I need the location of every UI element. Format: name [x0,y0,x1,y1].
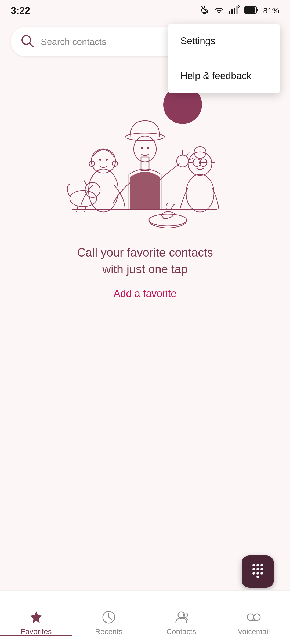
active-indicator [0,635,73,636]
svg-point-15 [106,159,108,161]
svg-point-43 [260,568,263,570]
dropdown-menu: Settings Help & feedback [168,24,280,93]
battery-percent: 81% [263,6,279,15]
status-icons: 81% [200,5,279,17]
svg-point-44 [252,572,255,575]
tab-contacts[interactable]: Contacts [145,599,218,636]
svg-rect-1 [231,9,233,14]
svg-point-38 [252,564,255,566]
contacts-label: Contacts [166,627,196,636]
svg-point-39 [256,564,259,566]
voicemail-label: Voicemail [238,627,270,636]
contacts-illustration [51,78,239,228]
svg-point-40 [260,564,263,566]
voicemail-icon [246,610,261,625]
svg-point-14 [99,159,101,161]
svg-point-21 [134,136,156,162]
svg-point-30 [188,152,212,175]
svg-rect-5 [245,7,255,13]
svg-point-45 [256,572,259,575]
svg-point-17 [85,182,100,197]
battery-icon [244,6,258,16]
tab-recents[interactable]: Recents [73,599,145,636]
svg-point-23 [141,147,143,149]
help-feedback-menu-item[interactable]: Help & feedback [168,58,280,93]
svg-point-24 [147,147,149,149]
mute-icon [200,5,209,17]
svg-point-29 [186,174,214,212]
svg-rect-0 [229,11,230,14]
fab-dial-button[interactable] [242,555,274,588]
recents-icon [101,610,116,625]
svg-point-11 [91,149,115,173]
svg-point-22 [126,133,164,141]
tab-favorites[interactable]: Favorites [0,599,73,636]
bottom-navigation: Favorites Recents Contacts [0,590,290,644]
dialpad-icon [250,562,266,581]
status-time: 3:22 [11,5,30,16]
svg-rect-2 [234,8,235,14]
svg-rect-20 [141,157,149,170]
settings-menu-item[interactable]: Settings [168,24,280,58]
svg-line-7 [30,43,33,47]
signal-icon [229,5,240,17]
svg-line-27 [186,152,190,156]
svg-point-51 [183,613,188,617]
svg-marker-48 [30,611,42,623]
favorites-icon [29,610,44,625]
svg-rect-3 [236,6,238,14]
wifi-icon [214,5,224,17]
contacts-icon [174,610,189,625]
svg-point-41 [252,568,255,570]
empty-state: Call your favorite contacts with just on… [0,233,290,310]
svg-point-10 [89,169,118,212]
add-favorite-button[interactable]: Add a favorite [114,288,176,299]
svg-point-25 [177,155,189,167]
search-icon [20,34,34,49]
recents-label: Recents [95,627,123,636]
svg-point-47 [256,576,259,578]
svg-point-53 [254,614,260,620]
empty-state-title: Call your favorite contacts with just on… [16,244,274,277]
tab-voicemail[interactable]: Voicemail [218,599,290,636]
svg-point-37 [149,214,187,226]
svg-point-52 [247,614,254,620]
svg-point-46 [260,572,263,575]
status-bar: 3:22 [0,0,290,21]
svg-point-42 [256,568,259,570]
